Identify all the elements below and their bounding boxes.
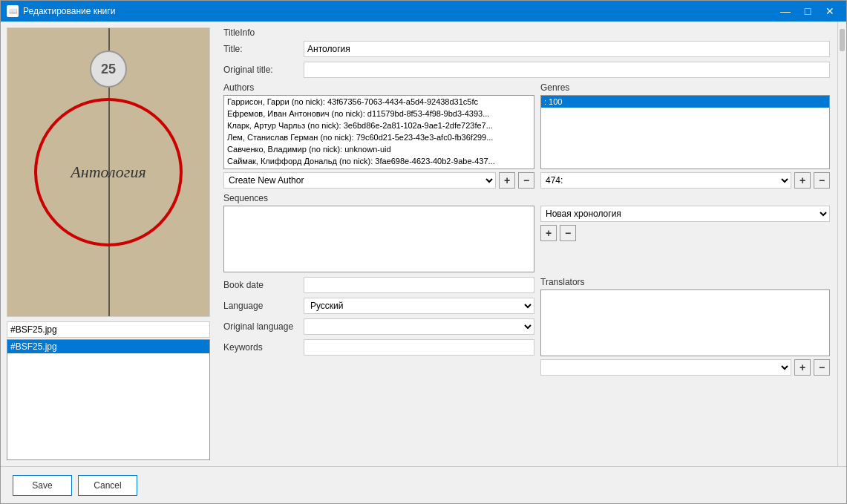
cover-badge: 25	[90, 50, 127, 88]
save-button[interactable]: Save	[13, 475, 72, 496]
sequences-section: Sequences Новая хронология + −	[223, 193, 830, 272]
original-title-input[interactable]	[304, 62, 830, 78]
genre-combo[interactable]: 474:	[540, 172, 791, 189]
remove-genre-button[interactable]: −	[814, 172, 830, 189]
book-date-input[interactable]	[304, 277, 534, 293]
author-item-3[interactable]: Кларк, Артур Чарльз (no nick): 3e6bd86e-…	[224, 120, 534, 131]
titleinfo-label: TitleInfo	[223, 27, 830, 38]
original-title-label: Original title:	[223, 65, 298, 75]
book-date-label: Book date	[223, 280, 298, 290]
right-scrollbar[interactable]	[837, 22, 846, 466]
remove-author-button[interactable]: −	[518, 172, 534, 189]
keywords-label: Keywords	[223, 342, 298, 353]
sequences-right: Новая хронология + −	[540, 206, 830, 272]
add-sequence-button[interactable]: +	[540, 225, 557, 241]
original-language-row: Original language	[223, 318, 534, 335]
file-list-item[interactable]: #BSF25.jpg	[7, 340, 209, 353]
right-with-scroll: TitleInfo Title: Original title: Authors	[216, 22, 846, 466]
authors-col: Authors Гаррисон, Гарри (no nick): 43f67…	[223, 82, 534, 189]
translators-label: Translators	[540, 277, 830, 287]
title-label: Title:	[223, 44, 298, 54]
genres-col: Genres : 100 474: + −	[540, 82, 830, 189]
author-item-2[interactable]: Ефремов, Иван Антонович (no nick): d1157…	[224, 108, 534, 120]
author-combo[interactable]: Create New Author	[223, 172, 496, 189]
author-item-5[interactable]: Савченко, Владимир (no nick): unknown-ui…	[224, 143, 534, 155]
bottom-form: Book date Language Русский English Deuts…	[223, 277, 830, 376]
cover-file-list: #BSF25.jpg	[7, 339, 210, 460]
add-author-button[interactable]: +	[499, 172, 515, 189]
maximize-button[interactable]: □	[797, 1, 818, 22]
author-item-1[interactable]: Гаррисон, Гарри (no nick): 43f67356-7063…	[224, 96, 534, 108]
language-select[interactable]: Русский English Deutsch Français	[304, 298, 534, 314]
add-genre-button[interactable]: +	[794, 172, 811, 189]
keywords-combo[interactable]	[540, 359, 791, 376]
genres-listbox[interactable]: : 100	[540, 95, 830, 169]
original-language-label: Original language	[223, 321, 298, 332]
add-translator-button[interactable]: +	[794, 359, 811, 376]
authors-genres-section: Authors Гаррисон, Гарри (no nick): 43f67…	[223, 82, 830, 189]
window-controls: — □ ✕	[775, 1, 840, 22]
language-label: Language	[223, 301, 298, 311]
book-cover: 25 Антология	[7, 27, 210, 317]
close-button[interactable]: ✕	[820, 1, 840, 22]
minimize-button[interactable]: —	[775, 1, 796, 22]
author-item-4[interactable]: Лем, Станислав Герман (no nick): 79c60d2…	[224, 131, 534, 143]
remove-translator-button[interactable]: −	[814, 359, 830, 376]
translators-listbox[interactable]	[540, 289, 830, 356]
original-language-select[interactable]	[304, 318, 534, 335]
authors-listbox[interactable]: Гаррисон, Гарри (no nick): 43f67356-7063…	[223, 95, 534, 169]
cancel-button[interactable]: Cancel	[78, 475, 137, 496]
title-row: Title:	[223, 41, 830, 57]
window-icon: 📖	[7, 5, 19, 17]
original-title-row: Original title:	[223, 62, 830, 78]
author-item-6[interactable]: Саймак, Клиффорд Дональд (no nick): 3fae…	[224, 155, 534, 167]
language-row: Language Русский English Deutsch Françai…	[223, 298, 534, 314]
authors-label: Authors	[223, 82, 534, 93]
author-item-7[interactable]: Стругацкий, Аркадий Натанович (no nick):…	[224, 167, 534, 169]
keywords-input[interactable]	[304, 339, 534, 356]
sequences-listbox[interactable]	[223, 206, 534, 272]
genres-label: Genres	[540, 82, 830, 93]
bottom-left: Book date Language Русский English Deuts…	[223, 277, 534, 376]
bottom-right: Translators + −	[540, 277, 830, 376]
genre-control-row: 474: + −	[540, 172, 830, 189]
sequences-combo[interactable]: Новая хронология	[540, 206, 830, 222]
footer: Save Cancel	[1, 466, 846, 503]
titlebar: 📖 Редактирование книги — □ ✕	[1, 1, 846, 22]
left-panel: 25 Антология #BSF25.jpg	[1, 22, 216, 466]
sequences-label: Sequences	[223, 193, 830, 203]
right-panel: TitleInfo Title: Original title: Authors	[216, 22, 837, 466]
main-content: 25 Антология #BSF25.jpg TitleInfo Title:	[1, 22, 846, 466]
book-date-row: Book date	[223, 277, 534, 293]
keywords-row: Keywords	[223, 339, 534, 356]
author-control-row: Create New Author + −	[223, 172, 534, 189]
seq-btn-row: + −	[540, 225, 830, 241]
genre-item-1[interactable]: : 100	[541, 96, 829, 108]
cover-inner: 25 Антология	[7, 28, 209, 316]
scrollbar-thumb[interactable]	[840, 29, 845, 51]
keywords-combo-row: + −	[540, 359, 830, 376]
cover-filename-input[interactable]	[7, 321, 210, 338]
main-window: 📖 Редактирование книги — □ ✕ 25 Антологи…	[0, 0, 847, 504]
window-title: Редактирование книги	[23, 6, 775, 16]
title-input[interactable]	[304, 41, 830, 57]
cover-title: Антология	[71, 163, 145, 182]
sequences-two-col: Новая хронология + −	[223, 206, 830, 272]
remove-sequence-button[interactable]: −	[560, 225, 576, 241]
